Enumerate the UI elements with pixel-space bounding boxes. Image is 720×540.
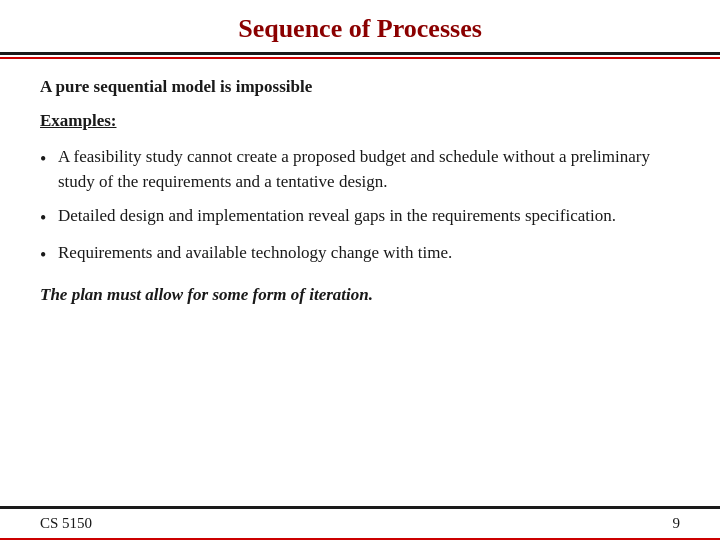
slide-title: Sequence of Processes <box>20 14 700 44</box>
slide: Sequence of Processes A pure sequential … <box>0 0 720 540</box>
footer: CS 5150 9 <box>0 506 720 540</box>
bullet-dot-2: • <box>40 206 48 231</box>
bullet-list: • A feasibility study cannot create a pr… <box>40 145 680 269</box>
course-label: CS 5150 <box>40 515 92 532</box>
bullet-item-3: • Requirements and available technology … <box>40 241 680 268</box>
subtitle: A pure sequential model is impossible <box>40 77 680 97</box>
bullet-text-2: Detailed design and implementation revea… <box>58 204 616 229</box>
bullet-item-1: • A feasibility study cannot create a pr… <box>40 145 680 194</box>
bullet-text-3: Requirements and available technology ch… <box>58 241 452 266</box>
top-rule-thick <box>0 52 720 55</box>
iteration-note: The plan must allow for some form of ite… <box>40 285 680 305</box>
bullet-dot-1: • <box>40 147 48 172</box>
examples-label: Examples: <box>40 111 680 131</box>
content-area: A pure sequential model is impossible Ex… <box>0 59 720 506</box>
bullet-text-1: A feasibility study cannot create a prop… <box>58 145 680 194</box>
bullet-dot-3: • <box>40 243 48 268</box>
title-area: Sequence of Processes <box>0 0 720 52</box>
page-number: 9 <box>673 515 681 532</box>
bullet-item-2: • Detailed design and implementation rev… <box>40 204 680 231</box>
